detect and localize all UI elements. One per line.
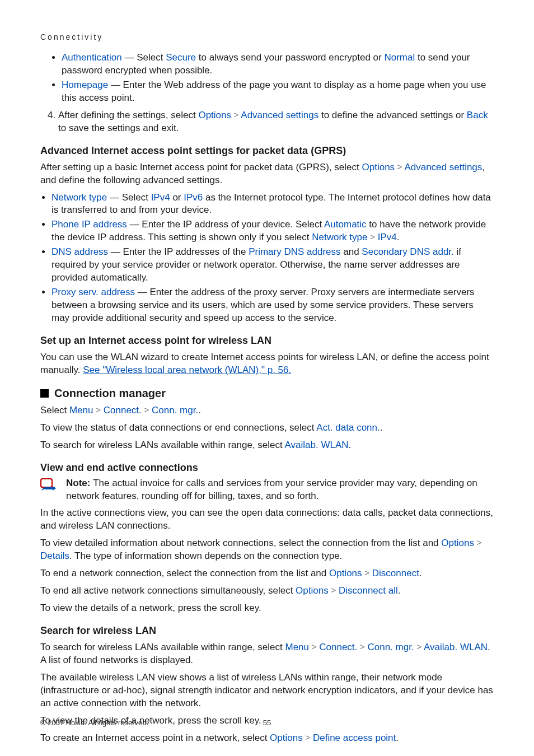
paragraph: To view the details of a network, press …: [40, 602, 494, 615]
term-proxy-serv: Proxy serv. address: [51, 287, 135, 297]
chevron-right-icon: >: [360, 642, 365, 651]
text: To view detailed information about netwo…: [40, 538, 441, 548]
option-network-type: Network type: [312, 232, 367, 242]
text: To search for wireless LANs available wi…: [40, 440, 285, 450]
paragraph: To create an Internet access point in a …: [40, 732, 494, 745]
heading-connection-manager: Connection manager: [54, 387, 166, 400]
text: To end a network connection, select the …: [40, 568, 329, 578]
text: Select: [40, 405, 69, 416]
option-secure: Secure: [166, 52, 196, 63]
note-text: Note: The actual invoice for calls and s…: [66, 477, 494, 503]
text: After defining the settings, select: [58, 110, 198, 120]
text: . The type of information shown depends …: [69, 550, 342, 561]
option-ipv4: IPv4: [151, 192, 170, 203]
option-availab-wlan: Availab. WLAN: [424, 642, 488, 652]
text: To view the status of data connections o…: [40, 422, 316, 433]
text: — Enter the IP addresses of the: [108, 246, 249, 257]
option-automatic: Automatic: [324, 219, 367, 230]
option-secondary-dns: Secondary DNS addr.: [362, 246, 453, 257]
paragraph: To view detailed information about netwo…: [40, 537, 494, 563]
option-details: Details: [40, 550, 69, 561]
chevron-right-icon: >: [416, 642, 421, 651]
paragraph: Select Menu > Connect. > Conn. mgr..: [40, 404, 494, 417]
note-box: Note: The actual invoice for calls and s…: [40, 477, 494, 503]
text: — Select: [122, 52, 166, 63]
option-primary-dns: Primary DNS address: [249, 246, 340, 257]
term-authentication: Authentication: [62, 52, 122, 63]
paragraph: After setting up a basic Internet access…: [40, 161, 494, 187]
list-item: Proxy serv. address — Enter the address …: [51, 286, 494, 325]
text: To create an Internet access point in a …: [40, 732, 270, 743]
heading-gprs: Advanced Internet access point settings …: [40, 145, 494, 157]
option-availab-wlan: Availab. WLAN: [285, 440, 349, 450]
option-options: Options: [441, 538, 474, 548]
text: to always send your password encrypted o…: [196, 52, 384, 63]
text: To search for wireless LANs available wi…: [40, 642, 285, 652]
link-wlan-see[interactable]: See "Wireless local area network (WLAN),…: [83, 365, 291, 375]
text: — Enter the IP address of your device. S…: [127, 219, 324, 230]
list-item: Phone IP address — Enter the IP address …: [51, 218, 494, 244]
chevron-right-icon: >: [397, 162, 402, 171]
heading-search-wlan: Search for wireless LAN: [40, 625, 494, 637]
text: .: [397, 232, 400, 242]
option-menu: Menu: [69, 405, 93, 416]
paragraph: To search for wireless LANs available wi…: [40, 439, 494, 452]
paragraph: To search for wireless LANs available wi…: [40, 641, 494, 667]
option-options: Options: [362, 162, 395, 172]
chevron-right-icon: >: [364, 568, 369, 577]
option-conn-mgr: Conn. mgr.: [368, 642, 414, 652]
paragraph: To end a network connection, select the …: [40, 567, 494, 580]
svg-rect-0: [41, 479, 52, 487]
paragraph: You can use the WLAN wizard to create In…: [40, 351, 494, 377]
option-disconnect: Disconnect: [372, 568, 419, 578]
term-dns-address: DNS address: [51, 246, 108, 257]
chevron-right-icon: >: [331, 585, 336, 595]
text: .: [380, 422, 383, 433]
option-options: Options: [270, 732, 303, 743]
text: or: [170, 192, 184, 203]
text: The actual invoice for calls and service…: [66, 478, 477, 501]
note-label: Note:: [66, 478, 93, 488]
text: .: [349, 440, 352, 450]
list-item: Homepage — Enter the Web address of the …: [62, 79, 494, 105]
list-item: Authentication — Select Secure to always…: [62, 52, 494, 77]
option-connect: Connect.: [104, 405, 142, 416]
paragraph: The available wireless LAN view shows a …: [40, 671, 494, 710]
list-item: DNS address — Enter the IP addresses of …: [51, 246, 494, 284]
paragraph: To view the status of data connections o…: [40, 422, 494, 435]
option-ipv4: IPv4: [378, 232, 397, 242]
list-item: Network type — Select IPv4 or IPv6 as th…: [51, 192, 494, 217]
option-options: Options: [329, 568, 362, 578]
chevron-right-icon: >: [305, 732, 310, 742]
chevron-right-icon: >: [370, 232, 375, 241]
paragraph: To end all active network connections si…: [40, 585, 494, 598]
text: to save the settings and exit.: [58, 123, 179, 133]
chevron-right-icon: >: [312, 642, 317, 651]
option-ipv6: IPv6: [184, 192, 203, 203]
text: — Enter the Web address of the page you …: [62, 80, 486, 103]
chevron-right-icon: >: [234, 110, 239, 119]
option-back: Back: [467, 110, 488, 120]
option-act-data-conn: Act. data conn.: [316, 422, 380, 433]
square-bullet-icon: [40, 389, 49, 398]
option-advanced-settings: Advanced settings: [404, 162, 482, 172]
heading-wlan-ap: Set up an Internet access point for wire…: [40, 335, 494, 347]
heading-view-end-conns: View and end active connections: [40, 462, 494, 474]
text: — Select: [107, 192, 151, 203]
page-number: 55: [263, 718, 271, 727]
note-icon: [40, 478, 56, 492]
option-define-access-point: Define access point: [313, 732, 396, 743]
text: To end all active network connections si…: [40, 585, 296, 596]
breadcrumb: Connectivity: [40, 32, 494, 41]
option-menu: Menu: [285, 642, 309, 652]
chevron-right-icon: >: [144, 405, 149, 414]
text: After setting up a basic Internet access…: [40, 162, 362, 172]
chevron-right-icon: >: [477, 538, 482, 547]
text: to define the advanced settings or: [318, 110, 467, 120]
text: .: [398, 585, 401, 596]
option-conn-mgr: Conn. mgr.: [152, 405, 198, 416]
option-advanced-settings: Advanced settings: [241, 110, 318, 120]
option-options: Options: [198, 110, 231, 120]
list-item: After defining the settings, select Opti…: [58, 109, 494, 135]
text: and: [341, 246, 362, 257]
